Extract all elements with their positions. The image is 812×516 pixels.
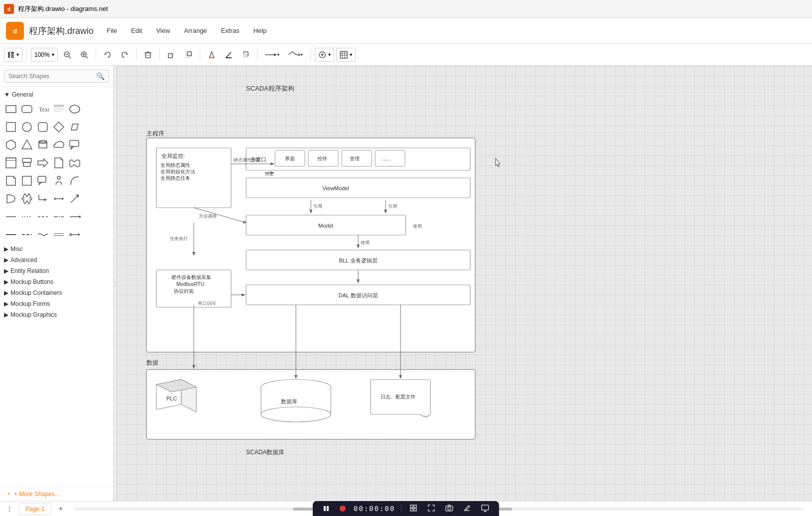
shape-parallelogram[interactable] [67,119,83,135]
svg-rect-15 [145,53,150,58]
menu-arrange[interactable]: Arrange [181,25,210,36]
page-options-btn[interactable]: ⋮ [4,504,15,515]
shape-note[interactable] [3,173,19,189]
undo-btn[interactable] [100,48,115,62]
more-shapes-btn[interactable]: ＋ + More Shapes... [0,486,113,501]
toolbar-sep-5 [200,49,200,61]
line-color-btn[interactable] [221,48,236,62]
to-front-btn[interactable] [164,48,179,62]
category-misc[interactable]: ▶ Misc [0,244,113,255]
pen-icon-btn[interactable] [461,503,473,515]
fit-icon-btn[interactable] [425,503,437,515]
category-entity-relation[interactable]: ▶ Entity Relation [0,265,113,276]
to-back-btn[interactable] [181,48,196,62]
shape-square[interactable] [3,119,19,135]
zoom-in-btn[interactable] [77,48,92,62]
menu-file[interactable]: File [104,25,120,36]
shape-line-dashed2[interactable] [51,209,67,225]
shape-line-solid[interactable] [3,209,19,225]
svg-marker-68 [44,198,47,201]
search-box[interactable]: 🔍 [4,70,109,83]
canvas-area[interactable]: SCADA程序架构 主程序 全局监控: 全局静态属性 全局初始化方法 全局静态任… [117,66,812,501]
category-mockup-graphics[interactable]: ▶ Mockup Graphics [0,309,113,320]
shape-wave[interactable] [67,155,83,171]
shape-line-dashed-3[interactable] [19,227,35,243]
zoom-out-btn[interactable] [60,48,75,62]
shape-document[interactable] [51,155,67,171]
shadow-btn[interactable] [238,48,253,62]
shape-d-shape[interactable] [3,191,19,207]
shape-line-double[interactable] [51,227,67,243]
svg-text:硬件设备数据采集: 硬件设备数据采集 [171,274,211,280]
database-shape: 数据库 [261,380,331,422]
delete-btn[interactable] [140,48,155,62]
menu-edit[interactable]: Edit [128,25,145,36]
shape-square-alt[interactable] [19,173,35,189]
category-general-label: General [12,91,33,98]
search-input[interactable] [8,73,96,80]
sidebar-toggle-btn[interactable]: ▾ [4,48,22,62]
table-btn[interactable]: ▾ [336,48,356,62]
shape-speech-bubble[interactable] [35,173,51,189]
shape-pentagon[interactable] [19,155,35,171]
toolbar-sep-4 [159,49,160,61]
category-mockup-forms[interactable]: ▶ Mockup Forms [0,298,113,309]
category-mockup-buttons[interactable]: ▶ Mockup Buttons [0,276,113,287]
shape-person[interactable] [51,173,67,189]
camera-icon-btn[interactable] [443,503,455,515]
redo-btn[interactable] [117,48,132,62]
shape-cloud[interactable] [51,137,67,153]
add-page-btn[interactable]: ＋ [55,504,66,515]
category-mockup-containers[interactable]: ▶ Mockup Containers [0,287,113,298]
svg-rect-66 [38,176,46,182]
shape-triangle[interactable] [19,137,35,153]
category-general[interactable]: ▼ General [0,89,113,100]
svg-rect-40 [22,106,32,113]
shape-rect-stack[interactable] [3,155,19,171]
pause-btn[interactable] [321,504,332,513]
svg-rect-58 [6,158,16,168]
search-area: 🔍 [0,66,113,87]
menu-help[interactable]: Help [250,25,270,36]
shape-arrow-bend[interactable] [35,191,51,207]
shape-text[interactable]: Text [35,101,51,117]
shape-arrow-diag[interactable] [67,191,83,207]
shape-cylinder[interactable] [35,137,51,153]
shape-callout[interactable] [67,137,83,153]
shape-rounded-square[interactable] [35,119,51,135]
canvas[interactable]: SCADA程序架构 主程序 全局监控: 全局静态属性 全局初始化方法 全局静态任… [117,66,812,501]
zoom-level[interactable]: 100% ▾ [31,48,58,62]
shape-ellipse[interactable] [67,101,83,117]
shapes-list: ▼ General Text [0,87,113,486]
arrow-style-btn[interactable]: ▾ [262,48,283,62]
shape-arrows-lr[interactable] [51,191,67,207]
waypoint-btn[interactable]: ▾ [285,48,306,62]
screen-icon-btn[interactable] [479,503,491,515]
shape-connector[interactable] [67,227,83,243]
shape-rectangle[interactable] [3,101,19,117]
shape-line-wave[interactable] [35,227,51,243]
category-mc-arrow: ▶ [4,289,8,296]
shape-line-solid-2[interactable] [3,227,19,243]
page-tab-1[interactable]: Page-1 [19,503,51,515]
more-shapes-label: + More Shapes... [14,491,60,498]
fill-color-btn[interactable] [204,48,219,62]
shape-circle[interactable] [19,119,35,135]
add-btn[interactable]: ▾ [315,48,334,62]
title-bar: d 程序架构.drawio - diagrams.net [0,0,812,18]
shape-hexagon[interactable] [3,137,19,153]
menu-view[interactable]: View [153,25,173,36]
shape-arc[interactable] [67,173,83,189]
record-btn[interactable] [338,505,348,513]
shape-arrow-right[interactable] [35,155,51,171]
shape-line-dashed[interactable] [35,209,51,225]
shape-heading[interactable] [51,101,67,117]
shape-cross[interactable] [19,191,35,207]
shape-line-arrow[interactable] [67,209,83,225]
shape-diamond[interactable] [51,119,67,135]
shape-rounded-rect[interactable] [19,101,35,117]
fullscreen-icon-btn[interactable] [407,503,419,515]
category-advanced[interactable]: ▶ Advanced [0,255,113,265]
menu-extras[interactable]: Extras [218,25,243,36]
shape-line-dotted[interactable] [19,209,35,225]
